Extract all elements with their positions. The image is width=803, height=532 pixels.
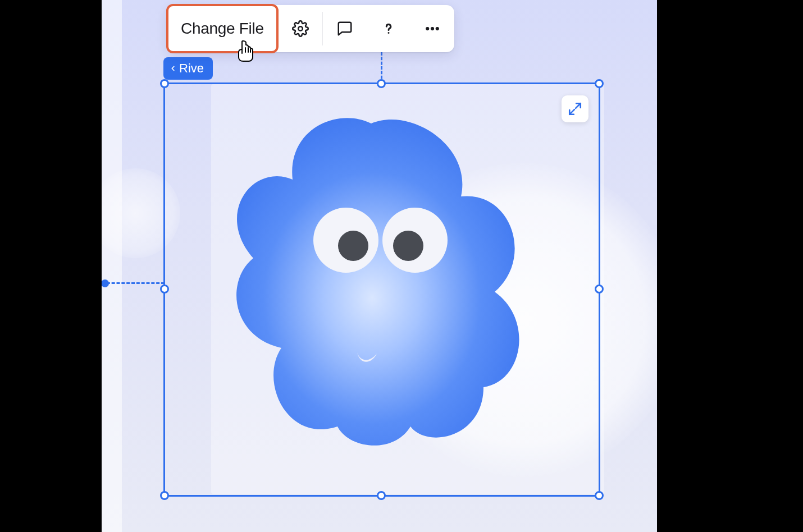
expand-button[interactable] — [562, 95, 588, 122]
question-icon — [380, 20, 397, 37]
element-type-tag[interactable]: Rive — [163, 57, 213, 80]
more-button[interactable] — [410, 5, 454, 52]
resize-handle-bl[interactable] — [160, 491, 169, 500]
resize-handle-ml[interactable] — [160, 285, 169, 293]
comment-button[interactable] — [323, 5, 367, 52]
resize-handle-tl[interactable] — [160, 79, 169, 88]
element-type-label: Rive — [179, 61, 204, 76]
change-file-button[interactable]: Change File — [166, 4, 279, 53]
svg-point-8 — [436, 27, 439, 30]
more-icon — [424, 20, 441, 37]
help-button[interactable] — [367, 5, 410, 52]
svg-point-5 — [387, 32, 389, 34]
resize-handle-mr[interactable] — [595, 285, 604, 293]
selection-bounding-box[interactable] — [163, 82, 600, 497]
resize-handle-br[interactable] — [595, 491, 604, 500]
svg-point-4 — [298, 26, 303, 31]
gear-icon — [292, 20, 309, 37]
editor-canvas[interactable]: Rive Change File — [102, 0, 657, 532]
resize-handle-bm[interactable] — [377, 491, 386, 500]
resize-handle-tm[interactable] — [377, 79, 386, 88]
svg-point-6 — [426, 27, 428, 30]
left-gutter — [102, 0, 122, 532]
align-guide-horizontal — [102, 282, 165, 284]
change-file-label: Change File — [181, 20, 264, 38]
expand-icon — [568, 102, 582, 116]
chevron-left-icon — [169, 65, 177, 72]
svg-point-7 — [431, 27, 434, 30]
settings-button[interactable] — [279, 5, 322, 52]
comment-icon — [336, 20, 353, 37]
resize-handle-tr[interactable] — [595, 79, 604, 88]
context-toolbar: Change File — [167, 5, 454, 52]
